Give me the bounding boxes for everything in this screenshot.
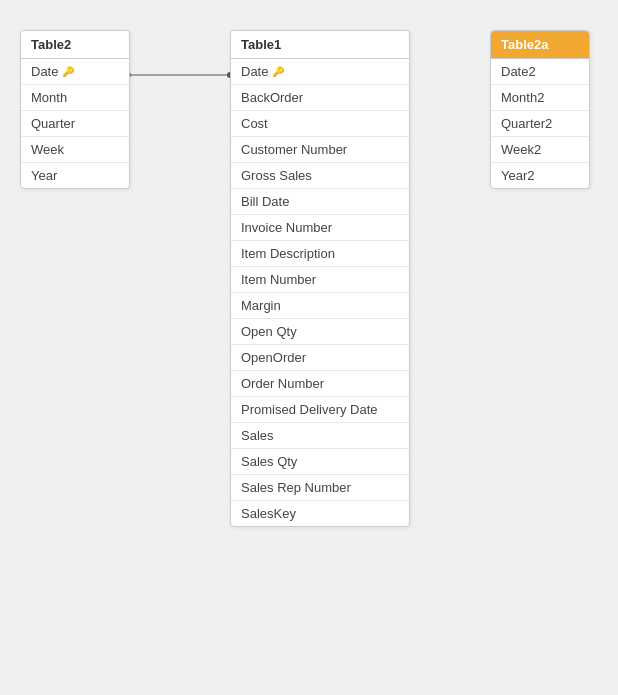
table-row: Date🔑	[231, 59, 409, 85]
row-label: Month2	[501, 90, 544, 105]
row-label: Item Number	[241, 272, 316, 287]
table-row: Item Number	[231, 267, 409, 293]
table-row: Order Number	[231, 371, 409, 397]
table-row: Open Qty	[231, 319, 409, 345]
table-row: Margin	[231, 293, 409, 319]
row-label: Customer Number	[241, 142, 347, 157]
row-label: Month	[31, 90, 67, 105]
row-label: Order Number	[241, 376, 324, 391]
row-label: Sales Qty	[241, 454, 297, 469]
table-row: Bill Date	[231, 189, 409, 215]
table2-header: Table2	[21, 31, 129, 59]
table-row: Sales Qty	[231, 449, 409, 475]
table2a-header: Table2a	[491, 31, 589, 59]
table-row: OpenOrder	[231, 345, 409, 371]
row-label: Week2	[501, 142, 541, 157]
table1: Table1 Date🔑BackOrderCostCustomer Number…	[230, 30, 410, 527]
table1-header: Table1	[231, 31, 409, 59]
row-label: Date2	[501, 64, 536, 79]
row-label: Date	[241, 64, 268, 79]
table-row: Date🔑	[21, 59, 129, 85]
row-label: Open Qty	[241, 324, 297, 339]
table1-rows: Date🔑BackOrderCostCustomer NumberGross S…	[231, 59, 409, 526]
table-row: Cost	[231, 111, 409, 137]
table2-rows: Date🔑MonthQuarterWeekYear	[21, 59, 129, 188]
row-label: Week	[31, 142, 64, 157]
row-label: SalesKey	[241, 506, 296, 521]
table-row: Year2	[491, 163, 589, 188]
table-row: Year	[21, 163, 129, 188]
row-label: Quarter2	[501, 116, 552, 131]
row-label: Item Description	[241, 246, 335, 261]
table2a-rows: Date2Month2Quarter2Week2Year2	[491, 59, 589, 188]
table-row: Month	[21, 85, 129, 111]
table-row: Week	[21, 137, 129, 163]
table-row: SalesKey	[231, 501, 409, 526]
table-row: Sales Rep Number	[231, 475, 409, 501]
row-label: Invoice Number	[241, 220, 332, 235]
row-label: Year2	[501, 168, 535, 183]
table-row: Customer Number	[231, 137, 409, 163]
table-row: Invoice Number	[231, 215, 409, 241]
row-label: Margin	[241, 298, 281, 313]
row-label: Quarter	[31, 116, 75, 131]
table2: Table2 Date🔑MonthQuarterWeekYear	[20, 30, 130, 189]
table-row: Quarter	[21, 111, 129, 137]
key-icon: 🔑	[62, 66, 74, 77]
table-row: Quarter2	[491, 111, 589, 137]
table-row: Sales	[231, 423, 409, 449]
row-label: Sales Rep Number	[241, 480, 351, 495]
table-row: Date2	[491, 59, 589, 85]
table-row: Promised Delivery Date	[231, 397, 409, 423]
canvas: Table2 Date🔑MonthQuarterWeekYear Table1 …	[0, 0, 618, 695]
row-label: OpenOrder	[241, 350, 306, 365]
row-label: Year	[31, 168, 57, 183]
row-label: Cost	[241, 116, 268, 131]
row-label: Date	[31, 64, 58, 79]
table-row: Gross Sales	[231, 163, 409, 189]
row-label: Promised Delivery Date	[241, 402, 378, 417]
row-label: BackOrder	[241, 90, 303, 105]
key-icon: 🔑	[272, 66, 284, 77]
table2a: Table2a Date2Month2Quarter2Week2Year2	[490, 30, 590, 189]
row-label: Sales	[241, 428, 274, 443]
table-row: BackOrder	[231, 85, 409, 111]
row-label: Bill Date	[241, 194, 289, 209]
table-row: Week2	[491, 137, 589, 163]
table-row: Month2	[491, 85, 589, 111]
row-label: Gross Sales	[241, 168, 312, 183]
table-row: Item Description	[231, 241, 409, 267]
